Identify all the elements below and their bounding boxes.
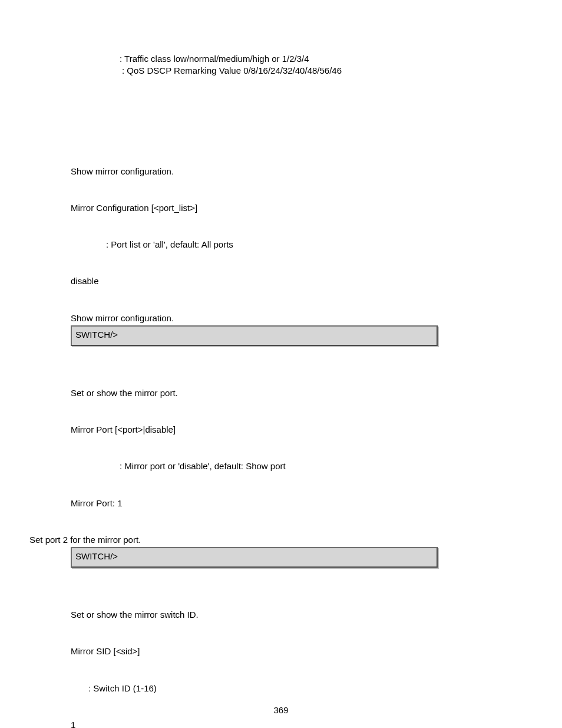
syntax-line: Mirror SID [<sid>]	[53, 645, 509, 657]
section-desc: Set or show the mirror port.	[53, 387, 509, 399]
text-line: : Traffic class low/normal/medium/high o…	[53, 53, 509, 65]
param-line: : Mirror port or 'disable', default: Sho…	[53, 460, 509, 472]
example-intro: Set port 2 for the mirror port.	[29, 534, 509, 546]
cli-prompt: SWITCH/>	[75, 551, 118, 561]
document-page: : Traffic class low/normal/medium/high o…	[0, 0, 562, 728]
text-line: : QoS DSCP Remarking Value 0/8/16/24/32/…	[53, 65, 509, 77]
command-box: SWITCH/>	[71, 325, 438, 346]
example-intro: Show mirror configuration.	[53, 312, 509, 324]
default-line: disable	[53, 275, 509, 287]
param-line: : Switch ID (1-16)	[53, 683, 509, 694]
command-box: SWITCH/>	[71, 547, 438, 568]
section-desc: Set or show the mirror switch ID.	[53, 609, 509, 621]
param-line: : Port list or 'all', default: All ports	[53, 239, 509, 251]
page-number: 369	[0, 705, 562, 715]
default-line: Mirror Port: 1	[53, 498, 509, 509]
section-desc: Show mirror configuration.	[53, 166, 509, 177]
cli-prompt: SWITCH/>	[75, 330, 118, 340]
syntax-line: Mirror Port [<port>|disable]	[53, 424, 509, 436]
syntax-line: Mirror Configuration [<port_list>]	[53, 202, 509, 214]
default-line: 1	[53, 719, 509, 728]
